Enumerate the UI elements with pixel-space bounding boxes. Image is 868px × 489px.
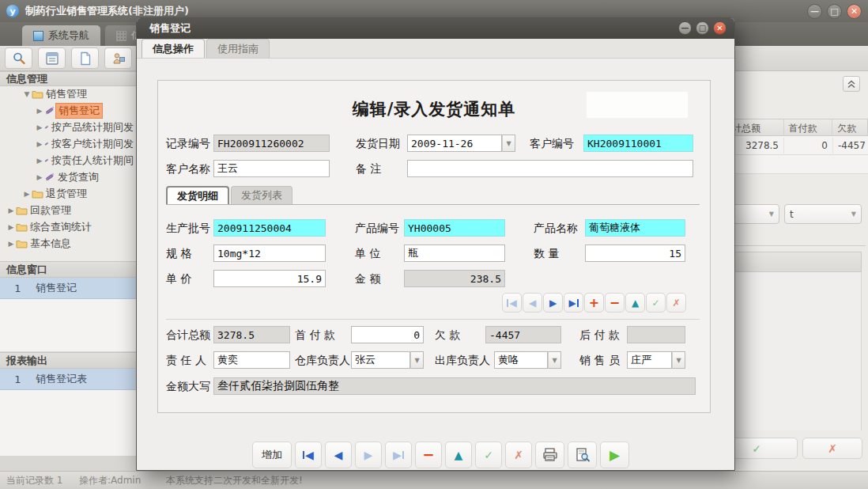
search-button[interactable] xyxy=(5,47,32,69)
nav-cancel-button[interactable]: ✗ xyxy=(666,293,686,313)
customer-name-field[interactable]: 王云 xyxy=(213,160,330,177)
expander-closed-icon[interactable]: ▶ xyxy=(6,207,16,214)
expander-closed-icon[interactable]: ▶ xyxy=(35,107,44,115)
ship-date-dropdown-button[interactable]: ▼ xyxy=(502,135,515,152)
tab-shipment-detail[interactable]: 发货明细 xyxy=(166,186,229,204)
collapse-panel-button[interactable] xyxy=(843,76,860,92)
salesman-field[interactable]: 庄严 xyxy=(627,351,672,369)
spec-field[interactable]: 10mg*12 xyxy=(213,244,326,262)
bg-dropdown-2[interactable]: t ▼ xyxy=(784,204,862,224)
expander-closed-icon[interactable]: ▶ xyxy=(35,123,44,131)
expander-open-icon[interactable]: ▼ xyxy=(22,90,32,98)
nav-delete-button[interactable]: − xyxy=(605,293,625,313)
dialog-minimize-button[interactable]: — xyxy=(678,21,692,35)
section-report-output[interactable]: 报表输出 xyxy=(0,352,136,369)
responsible-field[interactable]: 黄奕 xyxy=(213,351,290,369)
save-button[interactable]: ✓ xyxy=(475,442,502,468)
folder-icon xyxy=(16,206,28,215)
tree-item-sales-register[interactable]: ▶ 销售登记 xyxy=(0,102,136,119)
expander-closed-icon[interactable]: ▶ xyxy=(35,157,44,165)
unit-field[interactable]: 瓶 xyxy=(404,244,505,262)
outbound-mgr-dropdown-button[interactable]: ▼ xyxy=(548,351,561,369)
search-icon xyxy=(12,51,26,66)
expander-closed-icon[interactable]: ▶ xyxy=(35,173,44,181)
price-label: 单 价 xyxy=(166,272,191,286)
dialog-maximize-button[interactable]: □ xyxy=(696,21,709,35)
document-button[interactable] xyxy=(71,47,99,69)
info-window-row[interactable]: 1 销售登记 xyxy=(0,278,136,299)
warehouse-mgr-dropdown-button[interactable]: ▼ xyxy=(410,351,424,369)
main-maximize-button[interactable]: □ xyxy=(827,4,842,19)
tree-item-stat-by-product[interactable]: ▶ 按产品统计期间发 xyxy=(0,119,136,135)
main-title: 制药行业销售管理系统(非注册用户) xyxy=(25,4,189,18)
dialog-tab-user-guide[interactable]: 使用指南 xyxy=(206,39,270,58)
nav-last-button[interactable]: ▶ xyxy=(564,293,583,313)
responsible-label: 责 任 人 xyxy=(166,354,206,368)
tree-item-basic-info[interactable]: ▶ 基本信息 xyxy=(0,235,136,252)
tree-item-stat-by-person[interactable]: ▶ 按责任人统计期间 xyxy=(0,152,136,169)
sidebar-footer-strip xyxy=(0,457,136,471)
section-info-window[interactable]: 信息窗口 xyxy=(0,261,136,278)
tree-item-payment-management[interactable]: ▶ 回款管理 xyxy=(0,202,136,218)
main-close-button[interactable]: ✕ xyxy=(847,4,862,19)
print-button[interactable] xyxy=(535,442,564,468)
report-output-row[interactable]: 1 销售登记表 xyxy=(0,369,136,390)
tree-item-sales-management[interactable]: ▼ 销售管理 xyxy=(0,85,136,102)
salesman-dropdown-button[interactable]: ▼ xyxy=(672,351,685,369)
nav-next-button[interactable]: ▶ xyxy=(543,293,563,313)
main-minimize-button[interactable]: — xyxy=(807,4,822,19)
cancel-button[interactable]: ✗ xyxy=(505,442,532,468)
run-button[interactable]: ▶ xyxy=(600,442,629,468)
tab-shipment-list[interactable]: 发货列表 xyxy=(231,186,292,204)
prev-button[interactable]: ◀ xyxy=(325,442,352,468)
bg-table-row[interactable]: 3278.5 0 -4457 xyxy=(727,136,868,155)
outbound-mgr-field[interactable]: 黄咯 xyxy=(494,351,548,369)
nav-edit-button[interactable]: ▲ xyxy=(625,293,645,313)
print-preview-button[interactable] xyxy=(568,442,597,468)
expander-closed-icon[interactable]: ▶ xyxy=(22,190,32,198)
expander-closed-icon[interactable]: ▶ xyxy=(6,223,16,231)
customer-no-field[interactable]: KH2009110001 xyxy=(583,135,693,152)
bg-cancel-button[interactable]: ✗ xyxy=(802,438,862,459)
last-button[interactable]: ▶ xyxy=(385,442,412,468)
dialog-close-button[interactable]: ✕ xyxy=(713,21,726,35)
next-button[interactable]: ▶ xyxy=(355,442,382,468)
product-name-label: 产品名称 xyxy=(534,222,578,236)
folder-icon xyxy=(16,222,28,232)
first-button[interactable]: ◀ xyxy=(295,442,322,468)
qty-field[interactable]: 15 xyxy=(585,244,685,262)
grid-icon xyxy=(116,31,126,41)
product-no-field[interactable]: YH00005 xyxy=(404,219,505,237)
ship-date-field[interactable]: 2009-11-26 xyxy=(407,135,502,152)
batch-no-label: 生产批号 xyxy=(166,222,210,236)
add-button[interactable]: 增加 xyxy=(252,442,292,468)
dialog-tab-info-operate[interactable]: 信息操作 xyxy=(142,39,205,58)
tree-item-stat-by-customer[interactable]: ▶ 按客户统计期间发 xyxy=(0,135,136,152)
warehouse-mgr-field[interactable]: 张云 xyxy=(351,351,410,369)
nav-prev-button[interactable]: ◀ xyxy=(523,293,542,313)
plus-icon: + xyxy=(589,297,599,309)
tree-item-shipment-query[interactable]: ▶ 发货查询 xyxy=(0,169,136,185)
product-name-field[interactable]: 葡萄糖液体 xyxy=(585,219,685,237)
batch-no-field[interactable]: 200911250004 xyxy=(213,219,326,237)
tree-item-comprehensive-query[interactable]: ▶ 综合查询统计 xyxy=(0,218,136,235)
remark-label: 备 注 xyxy=(356,162,381,176)
user-button[interactable] xyxy=(104,47,132,69)
edit-button[interactable]: ▲ xyxy=(445,442,472,468)
bg-panel-body xyxy=(727,272,862,430)
tab-system-nav[interactable]: 系统导航 xyxy=(22,25,100,46)
nav-add-button[interactable]: + xyxy=(584,293,604,313)
tree-item-returns-management[interactable]: ▶ 退货管理 xyxy=(0,185,136,202)
first-pay-field[interactable]: 0 xyxy=(351,326,424,343)
nav-post-button[interactable]: ✓ xyxy=(646,293,666,313)
expander-closed-icon[interactable]: ▶ xyxy=(6,240,16,248)
form-button[interactable] xyxy=(38,47,66,69)
price-field[interactable]: 15.9 xyxy=(213,270,326,287)
check-icon: ✓ xyxy=(484,449,493,461)
delete-button[interactable]: − xyxy=(415,442,442,468)
section-info-management[interactable]: 信息管理 xyxy=(0,71,136,86)
remark-field[interactable] xyxy=(407,160,693,177)
minus-icon: − xyxy=(609,297,620,309)
nav-first-button[interactable]: ◀ xyxy=(502,293,522,313)
expander-closed-icon[interactable]: ▶ xyxy=(35,140,44,148)
